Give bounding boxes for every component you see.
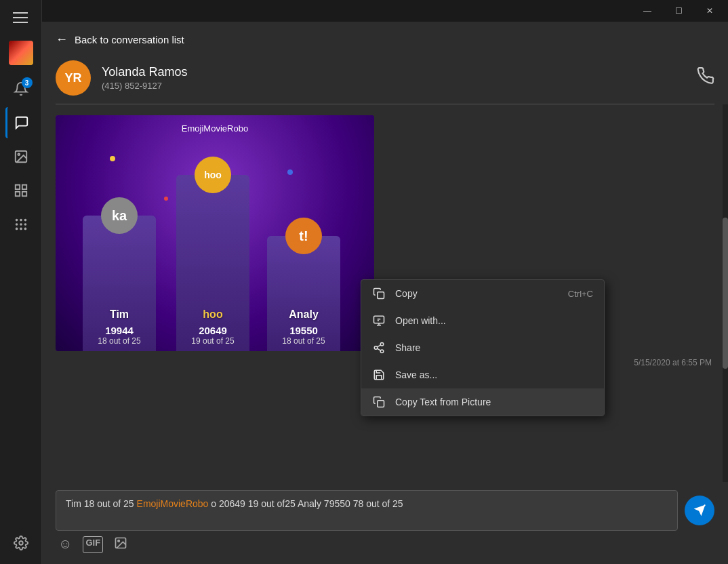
contact-avatar: YR [56, 60, 91, 96]
player-tim: ka Tim 19944 18 out of 25 [83, 216, 156, 351]
svg-point-10 [24, 224, 26, 225]
back-arrow-icon: ← [56, 33, 68, 47]
message-text-after: o 20649 19 out of25 Analy 79550 78 out o… [208, 498, 403, 509]
game-label: EmojiMovieRobo [182, 123, 248, 134]
svg-point-15 [19, 541, 23, 545]
input-container: Tim 18 out of 25 EmojiMovieRobo o 20649 … [56, 490, 714, 531]
player-analy-detail: 18 out of 25 [282, 336, 325, 346]
grid-icon[interactable] [5, 209, 37, 240]
close-button[interactable]: ✕ [694, 0, 725, 22]
svg-point-14 [16, 228, 17, 230]
copy-label: Copy [395, 288, 559, 299]
player-tim-avatar: ka [101, 197, 138, 234]
gallery-icon[interactable] [5, 141, 37, 172]
player-emoji-detail: 19 out of 25 [191, 336, 234, 346]
player-analy-score: 19550 [289, 325, 318, 336]
svg-point-31 [118, 540, 120, 542]
svg-rect-16 [378, 292, 384, 299]
settings-icon[interactable] [5, 527, 37, 559]
svg-point-9 [24, 220, 26, 221]
main-content: — ☐ ✕ ← Back to conversation list YR Yol… [42, 0, 728, 564]
apps-icon[interactable] [5, 175, 37, 206]
context-menu: Copy Ctrl+C Open with... [361, 279, 605, 416]
highlighted-word: EmojiMovieRobo [137, 498, 209, 509]
minimize-button[interactable]: — [632, 0, 663, 22]
copy-text-label: Copy Text from Picture [395, 397, 593, 407]
open-with-label: Open with... [395, 315, 593, 326]
player-tim-name: Tim [110, 308, 129, 321]
contact-info: Yolanda Ramos (415) 852-9127 [102, 65, 686, 91]
scroll-track[interactable] [723, 104, 728, 482]
gif-button[interactable]: GIF [83, 536, 103, 553]
image-message[interactable]: EmojiMovieRobo ka Tim 19944 18 out of 25 [56, 115, 374, 351]
maximize-button[interactable]: ☐ [663, 0, 694, 22]
player-tim-detail: 18 out of 25 [98, 336, 140, 346]
back-navigation[interactable]: ← Back to conversation list [42, 22, 728, 55]
svg-line-25 [377, 348, 380, 350]
share-label: Share [395, 342, 593, 353]
player-analy: t! Analy 19550 18 out of 25 [267, 236, 340, 351]
user-avatar[interactable] [9, 41, 33, 65]
game-image[interactable]: EmojiMovieRobo ka Tim 19944 18 out of 25 [56, 115, 374, 351]
scroll-thumb[interactable] [723, 218, 728, 369]
title-bar: — ☐ ✕ [42, 0, 728, 22]
player-emoji-name: hoo [203, 308, 222, 321]
copy-icon [372, 287, 386, 300]
svg-point-13 [16, 224, 17, 225]
contact-header: YR Yolanda Ramos (415) 852-9127 [42, 55, 728, 104]
svg-point-24 [380, 350, 384, 353]
svg-rect-27 [378, 401, 384, 407]
svg-point-22 [380, 343, 384, 346]
svg-rect-4 [15, 192, 19, 196]
save-as-icon [372, 368, 386, 382]
call-button[interactable] [697, 67, 714, 89]
notification-badge: 3 [22, 77, 33, 88]
emoji-button[interactable]: ☺ [58, 536, 72, 553]
svg-rect-5 [22, 192, 26, 196]
hamburger-menu[interactable] [9, 5, 33, 30]
player-emoji-avatar: hoo [195, 157, 231, 193]
save-as-label: Save as... [395, 369, 593, 380]
open-with-icon [372, 314, 386, 327]
svg-point-7 [20, 224, 22, 225]
svg-point-23 [374, 346, 378, 350]
image-button[interactable] [114, 536, 127, 553]
share-icon [372, 341, 386, 355]
message-text-before: Tim 18 out of 25 [66, 498, 137, 509]
sidebar: 3 [0, 0, 42, 564]
svg-point-12 [16, 220, 17, 221]
chat-content: ← Back to conversation list YR Yolanda R… [42, 22, 728, 564]
context-menu-copy-text[interactable]: Copy Text from Picture [361, 388, 604, 416]
svg-marker-29 [694, 505, 706, 517]
player-tim-score: 19944 [105, 325, 134, 336]
svg-point-11 [24, 228, 26, 230]
svg-rect-2 [15, 185, 19, 189]
svg-point-8 [20, 228, 22, 230]
message-input[interactable]: Tim 18 out of 25 EmojiMovieRobo o 20649 … [56, 490, 678, 531]
contact-name: Yolanda Ramos [102, 65, 686, 79]
copy-text-icon [372, 395, 386, 409]
player-emoji-score: 20649 [199, 325, 227, 336]
svg-rect-3 [22, 185, 26, 189]
svg-point-1 [18, 153, 20, 155]
player-analy-avatar: t! [285, 218, 322, 254]
contact-phone: (415) 852-9127 [102, 81, 686, 91]
context-menu-open-with[interactable]: Open with... [361, 307, 604, 334]
context-menu-copy[interactable]: Copy Ctrl+C [361, 280, 604, 307]
notification-icon[interactable]: 3 [5, 73, 37, 104]
player-emoji: hoo hoo 20649 19 out of 25 [176, 175, 249, 351]
input-area: Tim 18 out of 25 EmojiMovieRobo o 20649 … [42, 482, 728, 564]
player-analy-name: Analy [289, 308, 319, 321]
copy-shortcut: Ctrl+C [568, 289, 593, 299]
context-menu-share[interactable]: Share [361, 334, 604, 361]
context-menu-save-as[interactable]: Save as... [361, 361, 604, 388]
chat-icon[interactable] [5, 107, 37, 138]
svg-line-26 [377, 345, 380, 347]
back-text: Back to conversation list [75, 34, 184, 45]
send-button[interactable] [685, 496, 714, 525]
input-toolbar: ☺ GIF [56, 536, 714, 553]
svg-point-6 [20, 220, 22, 221]
